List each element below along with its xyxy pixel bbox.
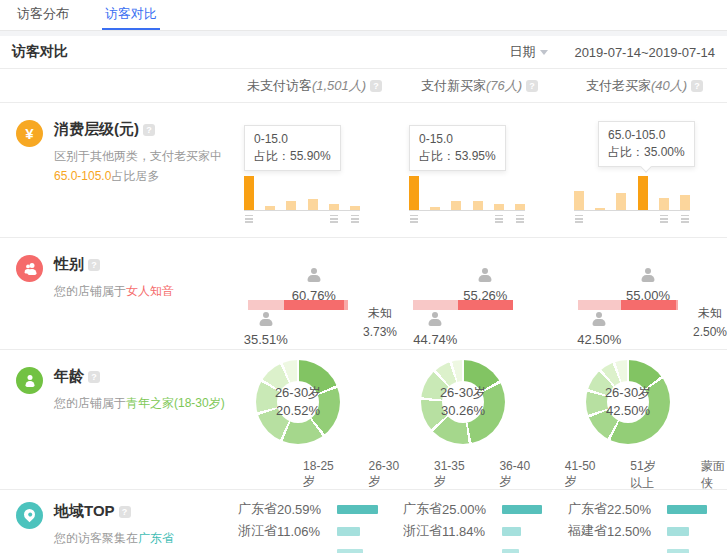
region-row[interactable] (232, 542, 397, 553)
legend-swatch (486, 469, 494, 480)
age-legend: 18-25岁 26-30岁 31-35岁 36-40岁 41-50岁 51岁以上… (232, 460, 727, 489)
region-bar (667, 527, 689, 536)
section-title: 消费层级(元)? (54, 120, 222, 139)
gender-bar[interactable] (413, 300, 513, 310)
age-person-icon (16, 367, 43, 394)
legend-swatch (688, 469, 696, 480)
tab-visitor-comparison[interactable]: 访客对比 (102, 0, 160, 30)
location-pin-icon (16, 502, 43, 529)
region-list-new-buyers: 广东省25.00% 浙江省11.84% (397, 490, 562, 553)
help-icon[interactable]: ? (691, 80, 703, 92)
consumption-chart-new-buyers[interactable]: 0-15.0 占比：53.95% (397, 103, 562, 237)
donut-center-label: 26-30岁20.52% (277, 381, 319, 423)
axis-labels (574, 215, 690, 225)
column-header-unpaid: 未支付访客(1,501人)? (232, 77, 397, 95)
region-row[interactable]: 广东省20.59% (232, 498, 397, 520)
region-bar (337, 505, 378, 514)
bar-chart[interactable] (409, 171, 525, 211)
consumption-chart-unpaid[interactable]: 0-15.0 占比：55.90% (232, 103, 397, 237)
age-donut-unpaid[interactable]: 26-30岁20.52% (232, 350, 397, 460)
legend-swatch (421, 469, 429, 480)
legend-swatch (617, 469, 625, 480)
region-row[interactable]: 广东省25.00% (397, 498, 562, 520)
male-icon (428, 312, 443, 326)
region-list-old-buyers: 广东省22.50% 福建省12.50% (562, 490, 727, 553)
chevron-down-icon (540, 50, 548, 55)
column-header-old-buyers: 支付老买家(40人)? (562, 77, 727, 95)
panel-header: 访客对比 日期 2019-07-14~2019-07-14 (0, 36, 727, 69)
section-age: 年龄? 您的店铺属于青年之家(18-30岁) 26-30岁20.52% 26-3… (0, 350, 727, 490)
donut-center-label: 26-30岁42.50% (607, 381, 649, 423)
region-bar (337, 549, 363, 553)
section-gender: 性别? 您的店铺属于女人知音 60.76% 35.51% 未知3.73% 55.… (0, 238, 727, 350)
gender-chart-unpaid[interactable]: 60.76% 35.51% 未知3.73% (232, 238, 397, 349)
help-icon[interactable]: ? (143, 124, 155, 136)
section-region-top: 地域TOP? 您的访客聚集在广东省 广东省20.59% 浙江省11.06% 广东… (0, 490, 727, 553)
section-title: 年龄? (54, 367, 225, 386)
legend-item[interactable]: 41-50岁 (552, 459, 596, 490)
section-description: 您的访客聚集在广东省 (54, 528, 174, 548)
page-title: 访客对比 (12, 43, 68, 61)
region-row[interactable]: 福建省12.50% (562, 520, 727, 542)
column-header-new-buyers: 支付新买家(76人)? (397, 77, 562, 95)
yuan-icon: ¥ (16, 120, 43, 147)
help-icon[interactable]: ? (526, 80, 538, 92)
region-row[interactable] (562, 542, 727, 553)
legend-item[interactable]: 18-25岁 (290, 459, 334, 490)
female-icon (478, 268, 493, 282)
region-bar (667, 505, 707, 514)
legend-item[interactable]: 26-30岁 (355, 459, 399, 490)
tab-visitor-distribution[interactable]: 访客分布 (14, 0, 72, 30)
help-icon[interactable]: ? (88, 259, 100, 271)
chart-tooltip: 0-15.0 占比：53.95% (409, 125, 506, 171)
female-icon (641, 268, 656, 282)
legend-item[interactable]: 31-35岁 (421, 459, 465, 490)
help-icon[interactable]: ? (119, 506, 131, 518)
help-icon[interactable]: ? (88, 371, 100, 383)
column-headers: 未支付访客(1,501人)? 支付新买家(76人)? 支付老买家(40人)? (0, 69, 727, 103)
gender-people-icon (16, 255, 43, 282)
region-row[interactable] (397, 542, 562, 553)
region-bar (667, 549, 689, 553)
chart-tooltip: 0-15.0 占比：55.90% (244, 125, 341, 171)
consumption-chart-old-buyers[interactable]: 65.0-105.0 占比：35.00% (562, 103, 727, 237)
legend-item[interactable]: 蒙面侠 (688, 458, 727, 492)
region-row[interactable]: 浙江省11.06% (232, 520, 397, 542)
male-percent: 44.74% (400, 332, 470, 347)
male-icon (592, 312, 607, 326)
age-donut-old-buyers[interactable]: 26-30岁42.50% (562, 350, 727, 460)
gender-bar[interactable] (578, 300, 678, 310)
top-tab-bar: 访客分布 访客对比 (0, 0, 727, 31)
male-percent: 35.51% (231, 332, 301, 347)
section-consumption-level: ¥ 消费层级(元)? 区别于其他两类，支付老买家中 65.0-105.0占比居多… (0, 103, 727, 238)
gender-chart-old-buyers[interactable]: 55.00% 42.50% 未知2.50% (562, 238, 727, 349)
bar-chart[interactable] (244, 171, 360, 211)
date-range[interactable]: 2019-07-14~2019-07-14 (574, 45, 715, 60)
region-bar (337, 527, 360, 536)
legend-item[interactable]: 36-40岁 (486, 459, 530, 490)
section-description: 您的店铺属于女人知音 (54, 281, 174, 301)
legend-swatch (552, 469, 560, 480)
legend-swatch (355, 469, 363, 480)
gender-chart-new-buyers[interactable]: 55.26% 44.74% (397, 238, 562, 349)
unknown-percent: 未知2.50% (684, 304, 727, 342)
section-title: 地域TOP? (54, 502, 174, 521)
male-icon (258, 312, 273, 326)
axis-labels (409, 215, 525, 225)
region-row[interactable]: 广东省22.50% (562, 498, 727, 520)
help-icon[interactable]: ? (370, 80, 382, 92)
chart-tooltip: 65.0-105.0 占比：35.00% (598, 121, 695, 167)
age-donut-new-buyers[interactable]: 26-30岁30.26% (397, 350, 562, 460)
donut-center-label: 26-30岁30.26% (442, 381, 484, 423)
gender-bar[interactable] (248, 300, 348, 310)
date-dropdown-label: 日期 (509, 43, 535, 61)
section-description: 区别于其他两类，支付老买家中 65.0-105.0占比居多 (54, 146, 222, 186)
region-row[interactable]: 浙江省11.84% (397, 520, 562, 542)
region-bar (502, 505, 542, 514)
legend-item[interactable]: 51岁以上 (617, 458, 666, 492)
region-bar (502, 527, 521, 536)
bar-chart[interactable] (574, 171, 690, 211)
section-description: 您的店铺属于青年之家(18-30岁) (54, 393, 225, 413)
male-percent: 42.50% (564, 332, 634, 347)
date-dropdown[interactable]: 日期 (509, 43, 548, 61)
